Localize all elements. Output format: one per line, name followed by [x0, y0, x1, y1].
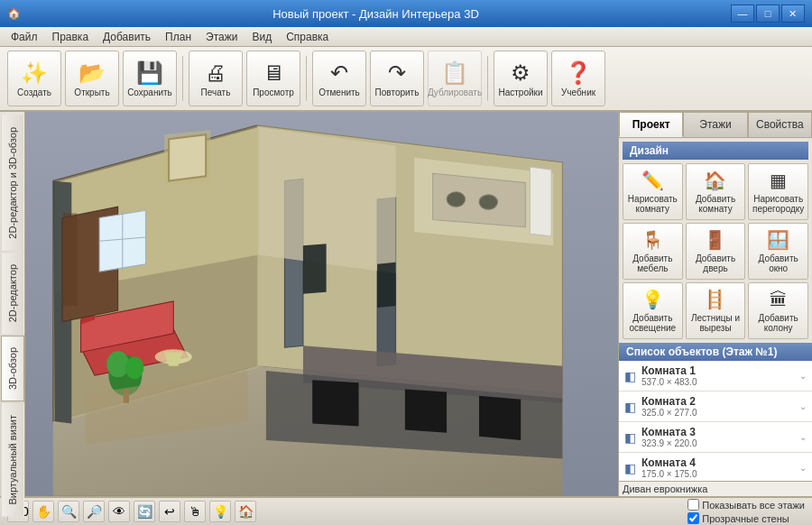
tool-light[interactable]: 💡 — [209, 501, 231, 522]
toolbar: ✨ Создать 📂 Открыть 💾 Сохранить 🖨 Печать… — [0, 47, 812, 112]
zoom-out-icon: 🔍 — [61, 504, 77, 519]
btn-draw-room[interactable]: ✏️ Нарисовать комнату — [623, 163, 683, 220]
transparent-walls-checkbox[interactable] — [687, 512, 699, 524]
menu-floors[interactable]: Этажи — [198, 29, 245, 45]
btn-draw-partition[interactable]: ▦ Нарисовать перегородку — [748, 163, 808, 220]
toolbar-open[interactable]: 📂 Открыть — [65, 51, 119, 106]
tab-virtual-visit[interactable]: Виртуальный визит — [1, 403, 24, 517]
btn-add-window[interactable]: 🪟 Добавить окно — [748, 223, 808, 280]
room-icon: ◧ — [624, 430, 636, 445]
svg-point-17 — [106, 351, 129, 377]
room-icon: ◧ — [624, 400, 636, 414]
tool-undo2[interactable]: ↩ — [159, 501, 180, 522]
show-all-floors-label[interactable]: Показывать все этажи — [687, 499, 805, 511]
design-header: Дизайн — [623, 142, 808, 160]
objects-list[interactable]: ◧ Комната 1 537.0 × 483.0 ⌄ ◧ Комната 2 … — [619, 361, 812, 481]
list-item[interactable]: ◧ Комната 3 323.9 × 220.0 ⌄ — [619, 422, 812, 453]
selected-object-label: Диван еврокнижка — [619, 481, 812, 496]
duplicate-icon: 📋 — [441, 60, 468, 86]
list-item[interactable]: ◧ Комната 4 175.0 × 175.0 ⌄ — [619, 453, 812, 481]
room-name: Комната 4 — [641, 456, 799, 469]
toolbar-duplicate[interactable]: 📋 Дублировать — [428, 51, 482, 106]
toolbar-redo[interactable]: ↷ Повторить — [370, 51, 424, 106]
view-icon: 👁 — [113, 504, 125, 519]
svg-point-18 — [125, 357, 144, 380]
expand-icon: ⌄ — [799, 401, 807, 411]
toolbar-tutorial[interactable]: ❓ Учебник — [551, 51, 605, 106]
close-button[interactable]: ✕ — [781, 5, 805, 23]
svg-marker-26 — [530, 167, 551, 236]
toolbar-save[interactable]: 💾 Сохранить — [123, 51, 177, 106]
menu-add[interactable]: Добавить — [96, 29, 158, 45]
tool-home[interactable]: 🏠 — [235, 501, 256, 522]
add-light-icon: 💡 — [641, 289, 664, 310]
design-grid: ✏️ Нарисовать комнату 🏠 Добавить комнату… — [623, 163, 808, 339]
room-icon: ◧ — [624, 369, 636, 383]
btn-add-column[interactable]: 🏛 Добавить колону — [748, 282, 808, 339]
menu-edit[interactable]: Правка — [45, 29, 97, 45]
btn-add-furniture[interactable]: 🪑 Добавить мебель — [623, 223, 683, 280]
title-bar: 🏠 Новый проект - Дизайн Интерьера 3D — □… — [0, 0, 812, 27]
toolbar-print[interactable]: 🖨 Печать — [189, 51, 243, 106]
menu-plan[interactable]: План — [158, 29, 198, 45]
btn-add-room[interactable]: 🏠 Добавить комнату — [686, 163, 746, 220]
open-icon: 📂 — [78, 60, 106, 86]
objects-section: Список объектов (Этаж №1) ◧ Комната 1 53… — [619, 343, 812, 496]
svg-point-29 — [479, 195, 498, 209]
undo2-icon: ↩ — [164, 504, 175, 519]
btn-add-door[interactable]: 🚪 Добавить дверь — [686, 223, 746, 280]
design-section: Дизайн ✏️ Нарисовать комнату 🏠 Добавить … — [619, 138, 812, 343]
svg-point-28 — [447, 192, 466, 207]
room-size: 175.0 × 175.0 — [641, 469, 799, 479]
toolbar-settings[interactable]: ⚙ Настройки — [494, 51, 548, 106]
toolbar-undo[interactable]: ↶ Отменить — [312, 51, 366, 106]
menu-bar: Файл Правка Добавить План Этажи Вид Спра… — [0, 27, 812, 47]
main-area: 2D-редактор и 3D-обзор 2D-редактор 3D-об… — [0, 112, 812, 496]
maximize-button[interactable]: □ — [756, 5, 780, 23]
zoom-in-icon: 🔎 — [87, 504, 102, 519]
btn-stairs[interactable]: 🪜 Лестницы и вырезы — [686, 282, 746, 339]
svg-rect-15 — [63, 213, 77, 306]
tool-rotate[interactable]: 🔄 — [134, 501, 155, 522]
viewport-3d[interactable] — [25, 112, 618, 496]
expand-icon: ⌄ — [799, 371, 807, 381]
minimize-button[interactable]: — — [731, 5, 754, 23]
toolbar-sep-2 — [306, 56, 307, 101]
bottom-bar: 360 ✋ 🔍 🔎 👁 🔄 ↩ 🖱 💡 🏠 Показывать все эта… — [0, 496, 812, 525]
tool-cursor[interactable]: 🖱 — [184, 501, 206, 522]
menu-file[interactable]: Файл — [4, 29, 45, 45]
btn-add-light[interactable]: 💡 Добавить освещение — [623, 282, 683, 339]
tab-2d-editor[interactable]: 2D-редактор — [1, 253, 24, 334]
tool-pan[interactable]: ✋ — [32, 501, 54, 522]
toolbar-create[interactable]: ✨ Создать — [7, 51, 61, 106]
tab-properties[interactable]: Свойства — [748, 112, 812, 137]
expand-icon: ⌄ — [799, 432, 807, 442]
menu-help[interactable]: Справка — [279, 29, 336, 45]
home-icon: 🏠 — [238, 504, 254, 519]
tool-zoom-in[interactable]: 🔎 — [83, 501, 105, 522]
right-panel: Проект Этажи Свойства Дизайн ✏️ Нарисова… — [618, 112, 812, 496]
tab-floors[interactable]: Этажи — [683, 112, 747, 137]
redo-icon: ↷ — [388, 60, 406, 86]
show-all-floors-checkbox[interactable] — [687, 499, 699, 511]
svg-marker-38 — [169, 134, 206, 180]
add-door-icon: 🚪 — [704, 229, 726, 251]
tool-view[interactable]: 👁 — [108, 501, 130, 522]
draw-room-icon: ✏️ — [641, 170, 664, 191]
tab-2d-3d-editor[interactable]: 2D-редактор и 3D-обзор — [1, 115, 24, 251]
left-tabs: 2D-редактор и 3D-обзор 2D-редактор 3D-об… — [0, 112, 25, 496]
toolbar-preview[interactable]: 🖥 Просмотр — [246, 51, 300, 106]
tab-3d-view[interactable]: 3D-обзор — [1, 336, 24, 401]
objects-header: Список объектов (Этаж №1) — [619, 343, 812, 361]
tab-project[interactable]: Проект — [619, 112, 683, 137]
create-icon: ✨ — [21, 60, 48, 86]
list-item[interactable]: ◧ Комната 2 325.0 × 277.0 ⌄ — [619, 391, 812, 422]
menu-view[interactable]: Вид — [245, 29, 279, 45]
transparent-walls-label[interactable]: Прозрачные стены — [687, 512, 805, 524]
room-name: Комната 2 — [641, 395, 799, 408]
tool-zoom-out[interactable]: 🔍 — [58, 501, 79, 522]
list-item[interactable]: ◧ Комната 1 537.0 × 483.0 ⌄ — [619, 361, 812, 391]
room-size: 323.9 × 220.0 — [641, 438, 799, 448]
svg-marker-30 — [303, 244, 327, 293]
svg-marker-31 — [377, 262, 396, 308]
